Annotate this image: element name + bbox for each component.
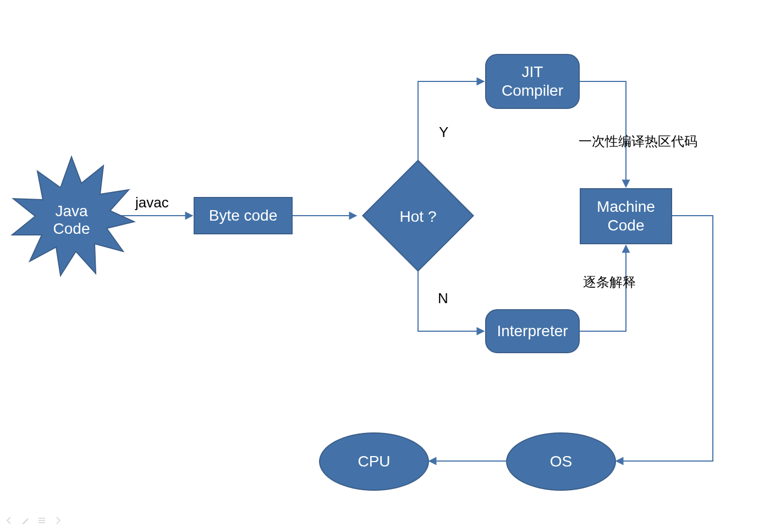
edge-label-interp-mc: 逐条解释	[583, 275, 636, 289]
node-interpreter-label: Interpreter	[497, 322, 568, 341]
pen-icon[interactable]	[21, 516, 30, 528]
back-icon[interactable]	[4, 516, 13, 528]
node-jit-compiler: JIT Compiler	[485, 54, 580, 109]
node-os: OS	[506, 432, 616, 491]
node-byte-code: Byte code	[194, 197, 293, 234]
node-interpreter: Interpreter	[485, 309, 580, 353]
edge-label-jit-mc: 一次性编译热区代码	[579, 134, 697, 149]
node-machine-code-label: Machine Code	[597, 198, 655, 234]
node-machine-code: Machine Code	[580, 188, 672, 244]
node-os-label: OS	[550, 452, 572, 471]
forward-icon[interactable]	[54, 516, 63, 528]
node-java-code	[6, 151, 138, 283]
edge-label-yes: Y	[439, 124, 448, 140]
presentation-toolbar	[4, 516, 63, 528]
menu-icon[interactable]	[37, 516, 46, 528]
edge-label-javac: javac	[135, 195, 169, 211]
node-cpu: CPU	[319, 432, 429, 491]
edge-hot-jit	[418, 81, 484, 164]
edge-mc-os	[616, 216, 713, 461]
node-byte-code-label: Byte code	[209, 206, 278, 225]
node-cpu-label: CPU	[358, 452, 390, 471]
node-jit-compiler-label: JIT Compiler	[502, 63, 563, 100]
svg-marker-0	[12, 157, 134, 276]
edge-label-no: N	[438, 290, 448, 306]
edge-hot-interpreter	[418, 267, 484, 331]
